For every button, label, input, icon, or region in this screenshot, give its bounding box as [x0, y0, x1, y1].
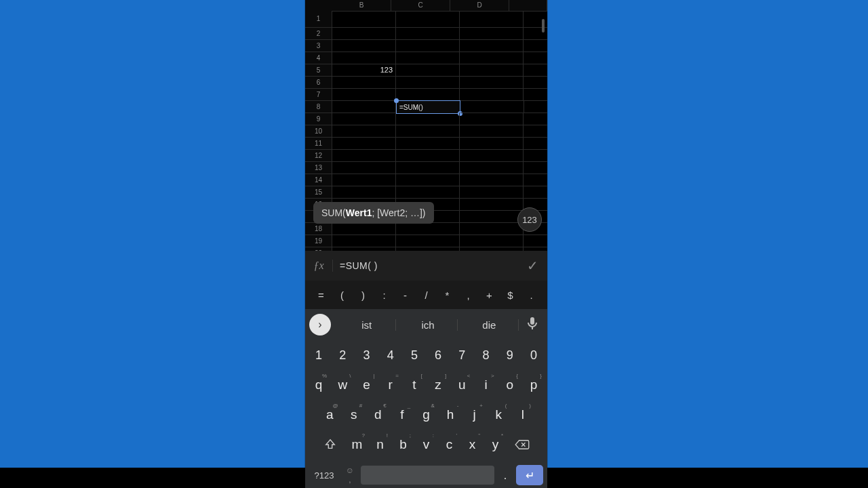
row-head-19[interactable]: 19	[305, 235, 332, 247]
cell-B18[interactable]	[332, 222, 396, 235]
key-5[interactable]: 5	[403, 342, 425, 368]
key-h[interactable]: h-	[439, 402, 462, 428]
cell-D3[interactable]	[460, 39, 524, 52]
key-1[interactable]: 1	[308, 342, 330, 368]
key-9[interactable]: 9	[499, 342, 521, 368]
key-s[interactable]: s#	[343, 402, 366, 428]
row-head-15[interactable]: 15	[305, 186, 332, 199]
key-p[interactable]: p}	[523, 372, 545, 398]
cell-C9[interactable]	[396, 113, 460, 125]
cell-B12[interactable]	[332, 149, 396, 162]
row-head-13[interactable]: 13	[305, 162, 332, 174]
cell-D13[interactable]	[460, 161, 524, 174]
cell-B14[interactable]	[332, 174, 396, 186]
cell-_10[interactable]	[524, 125, 547, 138]
symbol-key[interactable]: =	[311, 289, 332, 301]
cell-B4[interactable]	[332, 52, 396, 64]
cell-D5[interactable]	[460, 64, 524, 77]
key-u[interactable]: u<	[451, 372, 473, 398]
mic-icon[interactable]	[521, 317, 543, 333]
key-v[interactable]: v:	[416, 432, 437, 458]
cell-B9[interactable]	[332, 113, 396, 125]
key-q[interactable]: q%	[308, 372, 330, 398]
cell-D14[interactable]	[460, 174, 524, 186]
confirm-formula-button[interactable]: ✓	[517, 258, 547, 274]
period-key[interactable]: .	[498, 468, 512, 483]
cell-B8[interactable]	[332, 100, 396, 113]
cell-D16[interactable]	[460, 198, 524, 211]
key-f[interactable]: f_	[391, 402, 414, 428]
row-head-8[interactable]: 8	[305, 101, 332, 113]
cell-D12[interactable]	[460, 149, 524, 162]
cell-B10[interactable]	[332, 125, 396, 138]
cell-B3[interactable]	[332, 39, 396, 52]
cell-C12[interactable]	[396, 149, 460, 162]
key-r[interactable]: r=	[380, 372, 401, 398]
mode-switch-key[interactable]: ?123	[309, 470, 339, 481]
cell-B1[interactable]	[332, 11, 396, 28]
cell-B13[interactable]	[332, 161, 396, 174]
key-w[interactable]: w\	[332, 372, 353, 398]
row-head-14[interactable]: 14	[305, 174, 332, 186]
symbol-key[interactable]: -	[395, 289, 416, 301]
cell-D10[interactable]	[460, 125, 524, 138]
cell-_8[interactable]	[524, 100, 547, 113]
cell-C19[interactable]	[396, 235, 460, 247]
cell-_15[interactable]	[524, 186, 547, 199]
row-head-11[interactable]: 11	[305, 138, 332, 150]
cell-D19[interactable]	[460, 235, 524, 247]
key-t[interactable]: t[	[403, 372, 425, 398]
enter-key[interactable]: ↵	[516, 465, 543, 485]
key-e[interactable]: e|	[355, 372, 377, 398]
key-n[interactable]: n!	[370, 432, 391, 458]
key-g[interactable]: g&	[415, 402, 437, 428]
cell-C14[interactable]	[396, 174, 460, 186]
symbol-key[interactable]: $	[500, 289, 521, 301]
suggestion-1[interactable]: ist	[338, 319, 396, 331]
cell-D8[interactable]	[460, 100, 524, 113]
key-m[interactable]: m?	[347, 432, 368, 458]
cell-D1[interactable]	[460, 11, 524, 28]
cell-D6[interactable]	[460, 76, 524, 89]
cell-C5[interactable]	[396, 64, 460, 77]
key-k[interactable]: k(	[488, 402, 510, 428]
shift-key[interactable]	[316, 432, 344, 458]
col-head-B[interactable]: B	[332, 0, 391, 12]
symbol-key[interactable]: ,	[458, 289, 479, 301]
suggestion-3[interactable]: die	[460, 319, 519, 331]
key-a[interactable]: a@	[319, 402, 341, 428]
row-head-7[interactable]: 7	[305, 89, 332, 101]
cell-C2[interactable]	[396, 27, 460, 40]
key-2[interactable]: 2	[332, 342, 353, 368]
key-y[interactable]: y*	[485, 432, 506, 458]
cell-D17[interactable]	[460, 210, 524, 223]
key-x[interactable]: x"	[462, 432, 483, 458]
row-head-4[interactable]: 4	[305, 52, 332, 64]
cell-_6[interactable]	[524, 76, 547, 89]
cell-B2[interactable]	[332, 27, 396, 40]
cell-B15[interactable]	[332, 186, 396, 199]
row-head-10[interactable]: 10	[305, 125, 332, 138]
key-0[interactable]: 0	[523, 342, 545, 368]
cell-D4[interactable]	[460, 52, 524, 64]
symbol-key[interactable]: )	[353, 289, 374, 301]
col-head-D[interactable]: D	[450, 0, 509, 12]
symbol-key[interactable]: :	[374, 289, 395, 301]
backspace-key[interactable]	[508, 432, 536, 458]
row-head-9[interactable]: 9	[305, 113, 332, 125]
cell-_12[interactable]	[524, 149, 547, 162]
cell-C1[interactable]	[396, 11, 460, 28]
cell-C8[interactable]: =SUM()	[396, 100, 460, 114]
cell-D18[interactable]	[460, 222, 524, 235]
cell-D9[interactable]	[460, 113, 524, 125]
cell-C6[interactable]	[396, 76, 460, 89]
cell-C7[interactable]	[396, 88, 460, 101]
key-4[interactable]: 4	[380, 342, 401, 368]
key-l[interactable]: l)	[511, 402, 534, 428]
cell-_7[interactable]	[524, 88, 547, 101]
row-head-6[interactable]: 6	[305, 77, 332, 89]
formula-input[interactable]: =SUM( )	[333, 260, 517, 271]
corner-cell[interactable]	[305, 0, 333, 12]
cell-_11[interactable]	[524, 137, 547, 150]
symbol-key[interactable]: *	[437, 289, 458, 301]
